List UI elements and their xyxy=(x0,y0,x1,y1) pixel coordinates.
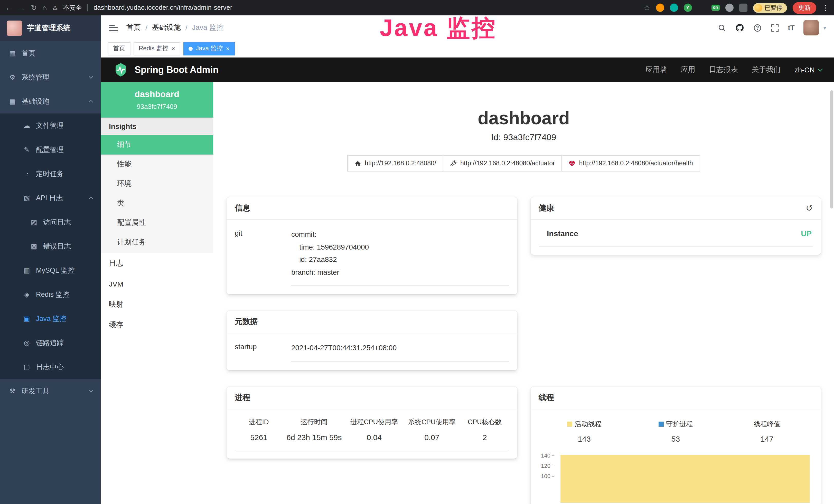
app-logo[interactable]: 芋道管理系统 xyxy=(0,16,101,41)
sidebar-item-home[interactable]: ▦ 首页 xyxy=(0,41,101,65)
history-icon[interactable]: ↺ xyxy=(806,203,813,213)
reload-icon[interactable]: ↻ xyxy=(31,4,37,11)
link-url: http://192.168.0.2:48080/actuator xyxy=(460,160,555,167)
forward-icon[interactable]: → xyxy=(18,4,25,11)
caret-down-icon[interactable]: ▾ xyxy=(824,25,826,30)
breadcrumb-item[interactable]: 基础设施 xyxy=(152,23,181,32)
sba-menu-caches[interactable]: 缓存 xyxy=(101,315,213,335)
github-icon[interactable] xyxy=(735,23,744,32)
extension-on-badge[interactable]: on xyxy=(711,5,720,11)
heart-pulse-icon xyxy=(569,160,575,167)
breadcrumb-item[interactable]: 首页 xyxy=(126,23,141,32)
chrome-update-button[interactable]: 更新 xyxy=(793,2,816,14)
instance-health-link[interactable]: http://192.168.0.2:48080/actuator/health xyxy=(562,155,700,171)
chrome-menu-icon[interactable]: ⋮ xyxy=(822,4,829,12)
close-icon[interactable]: × xyxy=(226,45,229,52)
back-icon[interactable]: ← xyxy=(5,4,12,11)
sba-language-value: zh-CN xyxy=(794,66,815,74)
sidebar-item-java-monitor[interactable]: ▣ Java 监控 xyxy=(0,306,101,331)
help-icon[interactable] xyxy=(753,23,762,32)
sba-nav-about[interactable]: 关于我们 xyxy=(752,65,781,74)
sba-instance-name: dashboard xyxy=(106,89,208,100)
sidebar-item-system[interactable]: ⚙ 系统管理 xyxy=(0,65,101,89)
sba-menu-scheduledtasks[interactable]: 计划任务 xyxy=(101,233,213,252)
close-icon[interactable]: × xyxy=(172,45,175,52)
sba-language-select[interactable]: zh-CN xyxy=(794,66,822,74)
font-size-icon[interactable]: tT xyxy=(788,24,795,32)
legend-label: 线程峰值 xyxy=(753,419,780,429)
user-avatar[interactable] xyxy=(804,20,819,36)
profile-badge-label: 已暂停 xyxy=(765,4,782,12)
page-scrollbar[interactable] xyxy=(830,90,833,208)
sba-menu-logs[interactable]: 日志 xyxy=(101,253,213,274)
tools-icon: ⚒ xyxy=(8,387,17,395)
sba-menu-metrics[interactable]: 性能 xyxy=(101,155,213,174)
chevron-down-icon xyxy=(89,74,93,79)
sba-menu-environment[interactable]: 环境 xyxy=(101,174,213,193)
fullscreen-icon[interactable] xyxy=(771,23,779,32)
chart-plot-area xyxy=(560,451,810,502)
process-header: CPU核心数 xyxy=(461,417,509,427)
sba-menu-mappings[interactable]: 映射 xyxy=(101,294,213,315)
sidebar-toggle-icon[interactable] xyxy=(109,24,118,31)
sidebar-item-config-manage[interactable]: ✎ 配置管理 xyxy=(0,138,101,162)
wrench-icon xyxy=(450,160,457,167)
home-icon xyxy=(354,160,361,167)
extensions-puzzle-icon[interactable] xyxy=(739,4,747,12)
sidebar-item-api-logs[interactable]: ▧ API 日志 xyxy=(0,186,101,210)
instance-home-link[interactable]: http://192.168.0.2:48080/ xyxy=(347,155,443,171)
app-logo-image xyxy=(7,21,22,36)
sidebar-item-error-logs[interactable]: ▩ 错误日志 xyxy=(0,234,101,258)
process-value: 6d 23h 15m 59s xyxy=(283,433,345,441)
info-key: git xyxy=(235,228,291,286)
extension-icon[interactable]: Y xyxy=(683,4,692,12)
sba-insights-panel: Insights 细节 性能 环境 类 配置属性 计划任务 xyxy=(101,118,213,253)
instance-actuator-link[interactable]: http://192.168.0.2:48080/actuator xyxy=(443,155,562,171)
sba-nav-wallboard[interactable]: 应用墙 xyxy=(645,65,667,74)
extension-icon[interactable] xyxy=(656,4,664,12)
url-bar[interactable]: dashboard.yudao.iocoder.cn/infra/admin-s… xyxy=(93,4,233,11)
sidebar-item-mysql-monitor[interactable]: ▥ MySQL 监控 xyxy=(0,258,101,282)
process-value: 2 xyxy=(461,433,509,441)
sba-menu-configprops[interactable]: 配置属性 xyxy=(101,213,213,233)
sba-menu-classes[interactable]: 类 xyxy=(101,193,213,213)
sidebar-item-access-logs[interactable]: ▨ 访问日志 xyxy=(0,210,101,234)
sidebar-item-file-manage[interactable]: ☁ 文件管理 xyxy=(0,113,101,138)
tab-home[interactable]: 首页 xyxy=(108,42,130,55)
sidebar-submenu-infra: ☁ 文件管理 ✎ 配置管理 ◔ 定时任务 ▧ API 日志 ▨ xyxy=(0,113,101,379)
sidebar-item-log-center[interactable]: ▢ 日志中心 xyxy=(0,355,101,379)
sidebar-item-scheduled-jobs[interactable]: ◔ 定时任务 xyxy=(0,162,101,186)
process-header: 进程CPU使用率 xyxy=(346,417,403,427)
breadcrumb-separator: / xyxy=(185,24,188,32)
sidebar-item-dev-tools[interactable]: ⚒ 研发工具 xyxy=(0,379,101,403)
sba-nav-journal[interactable]: 日志报表 xyxy=(709,65,738,74)
sidebar-item-tracing[interactable]: ◎ 链路追踪 xyxy=(0,331,101,355)
bookmark-star-icon[interactable]: ☆ xyxy=(644,4,650,11)
java-monitor-icon: ▣ xyxy=(23,315,31,322)
sba-menu-details[interactable]: 细节 xyxy=(101,135,213,155)
process-value: 0.04 xyxy=(346,433,403,441)
process-card: 进程 进程ID 运行时间 进程CPU使用率 系统CPU使用率 CPU核心数 52… xyxy=(226,386,517,458)
extension-icon[interactable] xyxy=(670,4,678,12)
sba-menu-jvm[interactable]: JVM xyxy=(101,274,213,294)
link-url: http://192.168.0.2:48080/actuator/health xyxy=(579,160,693,167)
extension-icon[interactable] xyxy=(697,4,706,12)
sidebar-item-label: 基础设施 xyxy=(22,97,49,106)
search-icon[interactable] xyxy=(718,23,726,32)
tab-java-monitor[interactable]: Java 监控 × xyxy=(183,42,235,55)
sidebar-item-label: 系统管理 xyxy=(22,73,49,82)
profile-paused-badge[interactable]: 已暂停 xyxy=(753,3,787,13)
home-icon[interactable]: ⌂ xyxy=(42,4,47,11)
sidebar-item-infra[interactable]: ▤ 基础设施 xyxy=(0,89,101,113)
health-card: 健康 ↺ Instance UP xyxy=(530,197,821,255)
sidebar-item-redis-monitor[interactable]: ◈ Redis 监控 xyxy=(0,282,101,306)
tab-redis-monitor[interactable]: Redis 监控 × xyxy=(134,42,180,55)
legend-item: 守护进程 53 xyxy=(630,419,722,443)
live-threads-area xyxy=(560,455,810,502)
sba-nav-applications[interactable]: 应用 xyxy=(681,65,695,74)
extension-icon[interactable] xyxy=(725,4,733,12)
sba-brand[interactable]: Spring Boot Admin xyxy=(113,62,219,77)
sidebar-item-label: 配置管理 xyxy=(36,145,64,154)
security-label[interactable]: 不安全 xyxy=(63,3,82,12)
threads-legend: 活动线程 143 守护进程 53 线程峰值 14 xyxy=(539,417,813,443)
